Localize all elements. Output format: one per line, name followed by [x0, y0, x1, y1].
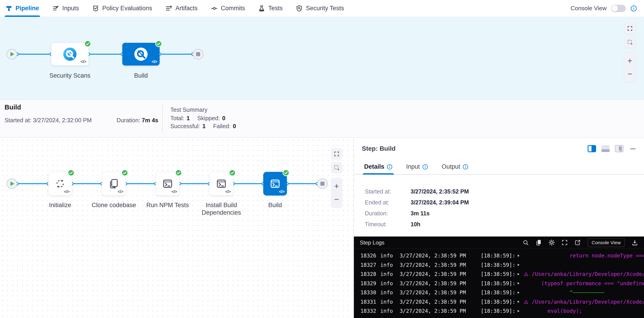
pipeline-execution-page: Pipeline Inputs Policy Evaluations Artif… — [0, 0, 644, 318]
test-summary: Test Summary Total:1 Skipped:0 Successfu… — [170, 106, 242, 129]
stage-duration: Duration: 7m 4s — [116, 117, 158, 124]
tab-security-tests[interactable]: Security Tests — [296, 0, 344, 17]
node-label: Build — [250, 201, 300, 209]
expand-arrow-icon[interactable] — [517, 316, 524, 318]
layout-floating-icon[interactable] — [615, 145, 624, 153]
test-summary-row: Successful:1 Failed:0 — [170, 123, 242, 129]
expand-arrow-icon[interactable] — [517, 279, 524, 288]
nav-tab-label: Security Tests — [306, 5, 344, 12]
zoom-out-button[interactable] — [624, 68, 635, 80]
nav-tab-label: Inputs — [62, 5, 79, 12]
expand-arrow-icon[interactable] — [517, 251, 524, 260]
commits-icon — [211, 5, 218, 12]
log-date: 3/27/2024, 2:38:59 PM — [400, 288, 481, 297]
fullscreen-button[interactable] — [331, 148, 342, 159]
layout-right-icon[interactable] — [588, 145, 596, 153]
log-date: 3/27/2024, 2:38:59 PM — [400, 251, 481, 260]
fullscreen-button[interactable] — [624, 23, 635, 34]
settings-gear-icon[interactable] — [548, 239, 555, 246]
node-card[interactable]: </> — [156, 172, 180, 196]
copy-icon[interactable] — [536, 239, 542, 246]
stage-canvas: </> Security Scans </> Build — [0, 17, 644, 99]
tab-input[interactable]: Input — [406, 159, 428, 174]
warning-icon — [524, 260, 532, 270]
panel-tab-label: Details — [364, 163, 384, 170]
tab-output[interactable]: Output — [442, 159, 468, 174]
fullscreen-icon[interactable] — [561, 239, 568, 246]
zoom-in-button[interactable] — [331, 180, 342, 192]
open-external-icon[interactable] — [574, 239, 581, 246]
log-level: info — [376, 316, 400, 318]
node-card[interactable]: </> — [51, 43, 88, 65]
clone-icon — [108, 178, 119, 189]
step-node-run-npm-tests: </> Run NPM Tests — [156, 172, 180, 196]
detail-label: Started at: — [365, 188, 410, 195]
expand-arrow-icon[interactable] — [517, 297, 524, 307]
started-value: 3/27/2024, 2:32:00 PM — [33, 117, 92, 123]
log-level: info — [376, 251, 400, 260]
marquee-select-button[interactable] — [331, 162, 342, 173]
log-message: ^~~~~~~~~~~ — [532, 288, 644, 297]
zoom-out-button[interactable] — [331, 194, 342, 205]
warning-icon — [524, 307, 532, 316]
connector-line — [287, 183, 317, 184]
tab-tests[interactable]: Tests — [258, 0, 282, 17]
expand-arrow-icon[interactable] — [517, 307, 524, 316]
info-icon[interactable] — [462, 164, 468, 170]
tab-details[interactable]: Details — [364, 159, 392, 174]
marquee-select-button[interactable] — [624, 37, 635, 47]
log-time: [18:38:59]: — [481, 307, 517, 316]
step-logs-panel: Step Logs — [354, 237, 644, 318]
console-view-button[interactable]: Console View — [588, 238, 625, 247]
download-logs-icon[interactable] — [632, 239, 638, 246]
step-details: Started at: 3/27/2024, 2:35:52 PM Ended … — [354, 175, 644, 228]
log-line-number: 18333 — [360, 316, 376, 318]
minimize-panel-icon[interactable] — [628, 145, 637, 153]
tab-commits[interactable]: Commits — [211, 0, 245, 17]
stage-summary-title: Build — [4, 104, 21, 111]
terminal-icon — [216, 178, 227, 189]
pipeline-icon — [6, 5, 12, 12]
node-card[interactable]: </> — [263, 172, 287, 196]
layout-bottom-icon[interactable] — [601, 145, 610, 153]
terminal-icon — [270, 178, 280, 189]
expand-arrow-icon[interactable] — [517, 288, 524, 297]
tab-artifacts[interactable]: Artifacts — [165, 0, 198, 17]
graph-end-node — [317, 178, 328, 189]
zoom-controls — [331, 178, 342, 208]
log-level: info — [376, 297, 400, 307]
skipped-label: Skipped: — [197, 115, 220, 121]
expand-arrow-icon[interactable] — [517, 270, 524, 279]
success-check-icon — [68, 169, 75, 176]
tab-pipeline[interactable]: Pipeline — [6, 0, 39, 17]
expand-arrow-icon[interactable] — [517, 260, 524, 270]
node-card[interactable]: </> — [102, 172, 126, 196]
log-line-number: 18329 — [360, 279, 376, 288]
console-view-toggle[interactable] — [611, 5, 626, 12]
log-line-number: 18328 — [360, 270, 376, 279]
node-card[interactable]: </> — [122, 43, 160, 65]
info-icon[interactable] — [387, 164, 392, 170]
step-node-install-build-dependencies: </> Install Build Dependencies — [210, 172, 233, 196]
tab-inputs[interactable]: Inputs — [52, 0, 79, 17]
graph-end-node — [193, 49, 203, 59]
successful-label: Successful: — [170, 123, 200, 129]
connector-line — [126, 183, 156, 184]
ci-stage-icon — [63, 47, 77, 61]
zoom-in-button[interactable] — [624, 55, 635, 67]
node-card[interactable]: </> — [210, 172, 233, 196]
terminal-icon — [162, 178, 173, 189]
skipped-value: 0 — [222, 115, 225, 121]
step-node-build: </> Build — [263, 172, 287, 196]
search-icon[interactable] — [522, 239, 529, 246]
workspace: </> Initialize </> Clone codebase </> Ru… — [0, 138, 644, 318]
info-icon[interactable] — [422, 164, 428, 170]
node-card[interactable]: </> — [48, 172, 72, 196]
log-row: 18333 info 3/27/2024, 2:38:59 PM [18:38:… — [354, 316, 644, 318]
stage-node-build: </> Build — [122, 43, 160, 65]
panel-tab-label: Input — [406, 163, 420, 170]
info-icon[interactable] — [630, 5, 637, 12]
success-check-icon — [121, 169, 128, 176]
tab-policy-evaluations[interactable]: Policy Evaluations — [92, 0, 152, 17]
total-label: Total: — [170, 115, 184, 121]
